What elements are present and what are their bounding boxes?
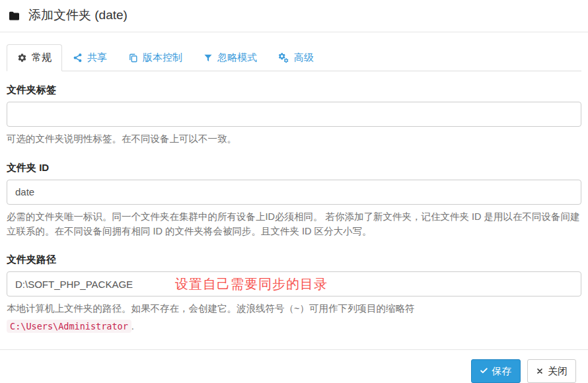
save-button-label: 保存 xyxy=(492,365,512,377)
folder-label-help: 可选的文件夹说明性标签。在不同设备上可以不一致。 xyxy=(7,132,581,147)
close-button[interactable]: 关闭 xyxy=(527,359,576,383)
help-suffix: . xyxy=(131,321,134,331)
gears-icon xyxy=(278,53,289,63)
folder-label-group: 文件夹标签 可选的文件夹说明性标签。在不同设备上可以不一致。 xyxy=(7,84,581,147)
check-icon xyxy=(480,366,488,375)
home-path-code: C:\Users\Administrator xyxy=(7,320,131,333)
dialog-footer: 保存 关闭 xyxy=(0,349,588,383)
close-icon xyxy=(536,367,544,375)
tab-sharing[interactable]: 共享 xyxy=(62,44,118,71)
tab-label: 版本控制 xyxy=(143,52,182,64)
folder-id-label: 文件夹 ID xyxy=(7,162,581,174)
folder-id-help: 必需的文件夹唯一标识。同一个文件夹在集群中的所有设备上ID必须相同。 若你添加了… xyxy=(7,210,581,239)
add-folder-dialog: 添加文件夹 (date) 常规 共享 版本控制 xyxy=(0,0,588,383)
tab-general[interactable]: 常规 xyxy=(7,44,62,71)
filter-icon xyxy=(203,53,213,63)
tab-label: 高级 xyxy=(294,52,314,64)
copy-icon xyxy=(128,53,138,63)
folder-id-group: 文件夹 ID 必需的文件夹唯一标识。同一个文件夹在集群中的所有设备上ID必须相同… xyxy=(7,162,581,239)
folder-path-help: 本地计算机上文件夹的路径。如果不存在，会创建它。波浪线符号（~）可用作下列项目的… xyxy=(7,302,581,334)
general-tab-panel: 文件夹标签 可选的文件夹说明性标签。在不同设备上可以不一致。 文件夹 ID 必需… xyxy=(7,71,581,334)
folder-path-help-text: 本地计算机上文件夹的路径。如果不存在，会创建它。波浪线符号（~）可用作下列项目的… xyxy=(7,302,581,316)
tab-label: 常规 xyxy=(32,52,52,64)
tab-versioning[interactable]: 版本控制 xyxy=(118,44,193,71)
close-button-label: 关闭 xyxy=(548,365,568,377)
save-button[interactable]: 保存 xyxy=(471,359,521,383)
folder-path-group: 文件夹路径 设置自己需要同步的目录 本地计算机上文件夹的路径。如果不存在，会创建… xyxy=(7,254,581,334)
dialog-body: 常规 共享 版本控制 忽略模式 xyxy=(0,32,588,349)
tab-advanced[interactable]: 高级 xyxy=(268,44,324,71)
tab-label: 共享 xyxy=(87,52,107,64)
tab-ignores[interactable]: 忽略模式 xyxy=(193,44,268,71)
folder-path-label: 文件夹路径 xyxy=(7,254,581,266)
folder-path-input[interactable] xyxy=(7,271,581,296)
dialog-title: 添加文件夹 (date) xyxy=(28,7,128,24)
share-icon xyxy=(73,53,83,63)
tab-label: 忽略模式 xyxy=(217,52,257,64)
folder-id-input[interactable] xyxy=(7,180,581,205)
dialog-header: 添加文件夹 (date) xyxy=(0,0,588,32)
gear-icon xyxy=(17,53,27,63)
folder-label-input[interactable] xyxy=(7,102,581,127)
folder-label-label: 文件夹标签 xyxy=(7,84,581,96)
tab-bar: 常规 共享 版本控制 忽略模式 xyxy=(7,44,581,71)
folder-icon xyxy=(7,10,21,22)
